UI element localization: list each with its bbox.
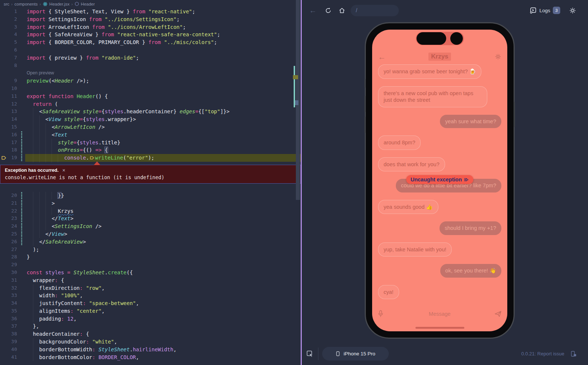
editor-scrollbar[interactable] (296, 0, 300, 200)
report-issue-link[interactable]: 0.0.21: Report issue (521, 351, 564, 356)
code-line-10[interactable]: 10 (0, 85, 301, 93)
code-line-8[interactable]: 8 (0, 62, 301, 70)
chat-message-list: yo! wanna grab some beer tonight? 🍺there… (378, 64, 501, 307)
breadcrumb-item-header[interactable]: Header (74, 1, 95, 6)
chat-back-arrow-icon[interactable]: ← (378, 53, 386, 61)
code-line-17[interactable]: 17 style={styles.title} (0, 139, 301, 147)
home-indicator[interactable] (415, 327, 464, 329)
code-line-29[interactable]: 29 (0, 261, 301, 269)
code-line-37[interactable]: 37 }, (0, 322, 301, 330)
chat-title[interactable]: Krzys (428, 53, 451, 61)
indent-guide (39, 123, 40, 131)
device-screen[interactable]: ← Krzys yo! wanna grab some beer tonight… (372, 30, 507, 331)
send-icon[interactable] (494, 310, 502, 318)
code-line-11[interactable]: 11export function Header() { (0, 93, 301, 100)
code-line-6[interactable]: 6 (0, 46, 301, 54)
code-line-32[interactable]: 32 flexDirection: "row", (0, 284, 301, 292)
breadcrumb-item-components[interactable]: components (14, 2, 38, 6)
open-preview-codelens[interactable]: Open preview (0, 69, 301, 77)
code-line-9[interactable]: 9preview(<Header />); (0, 77, 301, 85)
code-line-21[interactable]: 21 > (0, 200, 301, 207)
line-number: 39 (0, 338, 17, 346)
code-line-41[interactable]: 41 borderBottomColor: BORDER_COLOR, (0, 354, 301, 361)
breadcrumb[interactable]: src›components›Header.jsx›Header (0, 0, 301, 8)
url-input[interactable]: / (351, 5, 399, 16)
code-text: <View style={styles.wrapper}> (27, 115, 301, 123)
inspect-element-button[interactable] (306, 350, 314, 358)
breadcrumb-label: Header (81, 2, 95, 6)
code-line-4[interactable]: 4import { SafeAreaView } from "react-nat… (0, 31, 301, 38)
code-line-24[interactable]: 24 <SettingsIcon /> (0, 222, 301, 230)
code-line-1[interactable]: 1import { StyleSheet, Text, View } from … (0, 8, 301, 16)
code-line-18[interactable]: 18 onPress={() => { (0, 146, 301, 154)
code-line-31[interactable]: 31 wrapper: { (0, 277, 301, 284)
home-button[interactable] (338, 7, 345, 14)
code-line-25[interactable]: 25 </View> (0, 230, 301, 238)
radon-ide-workspace: src›components›Header.jsx›Header 1import… (0, 0, 588, 365)
code-line-19[interactable]: 19 console.writeLine("error"); (0, 154, 301, 162)
device-name: iPhone 15 Pro (344, 351, 375, 356)
code-line-14[interactable]: 14 <View style={styles.wrapper}> (0, 115, 301, 123)
code-line-26[interactable]: 26 </SafeAreaView> (0, 238, 301, 246)
code-line-5[interactable]: 5import { BORDER_COLOR, PRIMARY_COLOR } … (0, 38, 301, 46)
message-input-bar[interactable]: Message (377, 309, 502, 319)
indent-guide (46, 146, 46, 154)
change-marker (21, 223, 22, 230)
code-line-33[interactable]: 33 width: "100%", (0, 292, 301, 299)
code-line-2[interactable]: 2import SettingsIcon from "../icons/Sett… (0, 16, 301, 23)
code-line-23[interactable]: 23 </Text> (0, 215, 301, 222)
indent-guide (39, 192, 40, 200)
code-line-27[interactable]: 27 ); (0, 246, 301, 254)
code-line-12[interactable]: 12 return ( (0, 100, 301, 108)
code-line-36[interactable]: 36 padding: 12, (0, 315, 301, 323)
code-line-39[interactable]: 39 backgroundColor: "white", (0, 338, 301, 346)
code-line-3[interactable]: 3import ArrowLeftIcon from "../icons/Arr… (0, 23, 301, 31)
code-area[interactable]: 1import { StyleSheet, Text, View } from … (0, 8, 301, 361)
indent-guide (51, 207, 52, 215)
toolbar-divider (318, 348, 318, 360)
indent-guide (33, 115, 33, 123)
code-text: </SafeAreaView> (27, 238, 301, 246)
breadcrumb-separator: › (11, 2, 13, 6)
code-line-35[interactable]: 35 alignItems: "center", (0, 307, 301, 315)
settings-button[interactable] (569, 7, 576, 14)
code-line-7[interactable]: 7import { preview } from "radon-ide"; (0, 54, 301, 62)
logs-count-badge: 3 (553, 7, 560, 14)
breadcrumb-item-src[interactable]: src (4, 2, 9, 6)
close-icon[interactable]: × (62, 167, 65, 173)
chat-settings-icon[interactable] (495, 53, 501, 60)
code-text: import { SafeAreaView } from "react-nati… (27, 31, 301, 38)
code-line-15[interactable]: 15 <ArrowLeftIcon /> (0, 123, 301, 131)
code-text: borderBottomColor: BORDER_COLOR, (27, 354, 301, 361)
line-number: 25 (0, 230, 17, 238)
code-line-38[interactable]: 38 headerContainer: { (0, 330, 301, 338)
exception-title: Exception has occurred. (5, 168, 59, 173)
code-text: > (27, 200, 301, 207)
code-line-13[interactable]: 13 <SafeAreaView style={styles.headerCon… (0, 108, 301, 115)
code-text: return ( (27, 100, 301, 108)
line-number: 26 (0, 238, 17, 246)
code-line-20[interactable]: 20 }} (0, 192, 301, 200)
line-number: 29 (0, 261, 17, 269)
devices-button[interactable] (570, 351, 577, 357)
code-line-28[interactable]: 28} (0, 253, 301, 261)
code-editor[interactable]: src›components›Header.jsx›Header 1import… (0, 0, 301, 365)
code-line-34[interactable]: 34 justifyContent: "space-between", (0, 299, 301, 307)
overview-debug-marker (293, 75, 298, 79)
reload-button[interactable] (325, 7, 332, 14)
logs-button[interactable]: Logs 3 (529, 7, 560, 14)
breadcrumb-item-header-jsx[interactable]: Header.jsx (43, 1, 69, 7)
code-line-16[interactable]: 16 <Text (0, 131, 301, 139)
indent-guide (51, 146, 52, 154)
code-line-22[interactable]: 22 Krzys (0, 207, 301, 215)
back-button[interactable]: ← (309, 6, 317, 15)
code-text: justifyContent: "space-between", (27, 299, 301, 307)
device-select-button[interactable]: iPhone 15 Pro (322, 347, 389, 361)
code-text: flexDirection: "row", (27, 284, 301, 292)
microphone-icon[interactable] (377, 310, 384, 318)
code-text: backgroundColor: "white", (27, 338, 301, 346)
code-line-30[interactable]: 30const styles = StyleSheet.create({ (0, 269, 301, 277)
line-number: 38 (0, 330, 17, 338)
code-line-40[interactable]: 40 borderBottomWidth: StyleSheet.hairlin… (0, 346, 301, 354)
uncaught-exception-button[interactable]: Uncaught exception (406, 175, 474, 184)
